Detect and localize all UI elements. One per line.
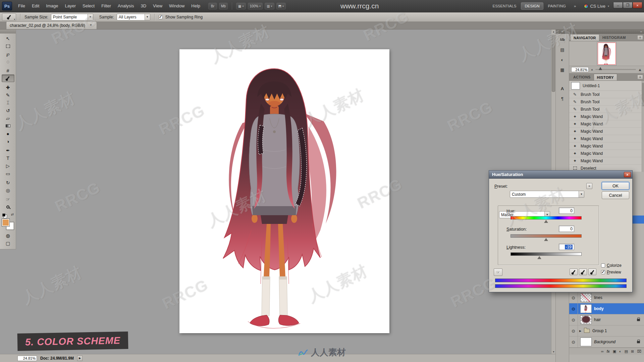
- menu-3d[interactable]: 3D: [137, 0, 150, 12]
- 3d-camera-rotate-tool[interactable]: ◎: [2, 186, 14, 194]
- hue-slider-thumb[interactable]: [544, 220, 548, 223]
- workspace-design[interactable]: DESIGN: [521, 2, 543, 10]
- history-brush-tool[interactable]: ↺: [2, 107, 14, 114]
- workspace-essentials[interactable]: ESSENTIALS: [489, 3, 520, 9]
- dodge-tool[interactable]: ◑: [2, 137, 14, 145]
- new-group-icon[interactable]: ▤: [625, 349, 628, 354]
- hue-value-field[interactable]: 0: [559, 207, 574, 214]
- zoom-tool[interactable]: [2, 203, 14, 211]
- hand-tool[interactable]: ☞: [2, 195, 14, 203]
- screen-mode-button[interactable]: ▢: [2, 239, 14, 247]
- default-colors-icon[interactable]: [2, 214, 5, 217]
- navigator-zoom-slider[interactable]: [595, 69, 636, 70]
- history-item[interactable]: ✦Magic Wand: [569, 150, 644, 157]
- navigator-thumbnail[interactable]: [597, 42, 616, 65]
- menu-analysis[interactable]: Analysis: [114, 0, 137, 12]
- menu-help[interactable]: Help: [188, 0, 204, 12]
- history-item[interactable]: ✎Brush Tool: [569, 98, 644, 106]
- eyedropper-tool[interactable]: [2, 74, 14, 82]
- info-panel-icon[interactable]: ▤: [557, 45, 568, 54]
- history-item[interactable]: ✎Brush Tool: [569, 91, 644, 98]
- rail-collapse-strip[interactable]: ▪▪: [556, 29, 569, 34]
- crop-tool[interactable]: #: [2, 67, 14, 74]
- layer-style-icon[interactable]: fx: [607, 350, 610, 353]
- history-item[interactable]: ✦Magic Wand: [569, 113, 644, 120]
- preview-checkbox[interactable]: [601, 270, 605, 274]
- launch-bridge-button[interactable]: Br: [208, 3, 217, 9]
- menu-image[interactable]: Image: [43, 0, 61, 12]
- restore-button[interactable]: ❐: [623, 2, 633, 8]
- clone-stamp-tool[interactable]: ⌶: [2, 99, 14, 107]
- layer-thumbnail[interactable]: [580, 304, 592, 313]
- rectangle-tool[interactable]: ▭: [2, 170, 14, 177]
- link-layers-icon[interactable]: ∞: [601, 349, 604, 353]
- layer-thumbnail[interactable]: [580, 315, 592, 324]
- menu-layer[interactable]: Layer: [62, 0, 79, 12]
- history-snapshot-row[interactable]: Untitled-1: [569, 81, 644, 91]
- navigator-proxy-view[interactable]: [598, 43, 616, 65]
- pen-tool[interactable]: ✒: [2, 146, 14, 154]
- eyedropper-add-button[interactable]: [579, 268, 587, 275]
- canvas-area[interactable]: ▲ ▼: [16, 29, 555, 354]
- arrange-documents-button[interactable]: ▥: [265, 3, 274, 9]
- layer-row-lines[interactable]: ⊙ lines: [569, 292, 644, 303]
- zoom-slider-thumb[interactable]: [599, 67, 602, 70]
- tab-histogram[interactable]: HISTOGRAM: [599, 34, 629, 41]
- layer-thumbnail[interactable]: [580, 293, 592, 302]
- lasso-tool[interactable]: ℘: [2, 50, 14, 58]
- gradient-tool[interactable]: [2, 122, 14, 130]
- move-tool[interactable]: ↖: [2, 35, 14, 42]
- character-panel-icon[interactable]: A: [557, 84, 568, 93]
- history-item[interactable]: ✦Magic Wand: [569, 120, 644, 128]
- view-extras-button[interactable]: ▦: [236, 3, 246, 9]
- menu-select[interactable]: Select: [79, 0, 98, 12]
- history-scrollbar[interactable]: [642, 81, 644, 172]
- saturation-slider[interactable]: [511, 234, 582, 238]
- foreground-color-swatch[interactable]: [2, 219, 9, 226]
- show-sampling-ring-checkbox[interactable]: [159, 15, 163, 19]
- document-tab[interactable]: character_02.psd @ 24,8% (body, RGB/8) ×: [6, 21, 97, 29]
- ok-button[interactable]: OK: [602, 182, 629, 190]
- dock-collapse-strip[interactable]: ▪▪: [569, 29, 644, 34]
- cancel-button[interactable]: Cancel: [602, 191, 629, 199]
- layer-thumbnail[interactable]: [580, 338, 592, 346]
- tool-preset-picker[interactable]: [2, 13, 16, 21]
- history-item[interactable]: ✦Magic Wand: [569, 157, 644, 165]
- panel-menu-icon[interactable]: ≡: [637, 75, 643, 79]
- eraser-tool[interactable]: ▱: [2, 114, 14, 122]
- swap-colors-icon[interactable]: ⇄: [11, 213, 14, 216]
- new-layer-icon[interactable]: ⊞: [631, 349, 634, 354]
- saturation-value-field[interactable]: 0: [559, 226, 574, 232]
- colorize-checkbox[interactable]: [601, 263, 605, 267]
- workspace-overflow[interactable]: »: [571, 3, 579, 9]
- eyedropper-subtract-button[interactable]: [588, 268, 596, 275]
- layer-row-body[interactable]: ⊙ body: [569, 303, 644, 314]
- visibility-eye-icon[interactable]: ⊙: [569, 292, 578, 303]
- menu-filter[interactable]: Filter: [98, 0, 114, 12]
- zoom-level-box[interactable]: 100%: [248, 3, 263, 9]
- adjustment-layer-icon[interactable]: ◐: [619, 349, 622, 353]
- visibility-eye-icon[interactable]: ⊙: [569, 314, 578, 325]
- lightness-slider-thumb[interactable]: [537, 256, 541, 259]
- panel-menu-icon[interactable]: ≡: [637, 35, 643, 40]
- path-selection-tool[interactable]: ▷: [2, 162, 14, 170]
- screen-mode-button[interactable]: ⬒: [276, 3, 286, 9]
- preset-dropdown[interactable]: Custom ▼: [510, 191, 584, 198]
- swatches-panel-icon[interactable]: ▦: [557, 65, 568, 74]
- dialog-title-bar[interactable]: Hue/Saturation ×: [489, 171, 632, 179]
- delete-layer-icon[interactable]: ⌧: [637, 349, 641, 354]
- status-zoom-field[interactable]: 24.81%: [17, 356, 37, 361]
- blur-tool[interactable]: ●: [2, 130, 14, 137]
- layer-row-hair[interactable]: ⊙ hair: [569, 314, 644, 325]
- menu-edit[interactable]: Edit: [29, 0, 43, 12]
- eyedropper-sample-button[interactable]: [570, 268, 578, 275]
- zoom-in-mountain-icon[interactable]: ▲: [638, 67, 642, 72]
- tab-history[interactable]: HISTORY: [594, 74, 617, 80]
- hue-slider[interactable]: [511, 216, 582, 220]
- menu-window[interactable]: Window: [166, 0, 188, 12]
- history-item[interactable]: ✦Magic Wand: [569, 142, 644, 150]
- adjustments-panel-icon[interactable]: ◐: [557, 55, 568, 64]
- quick-mask-button[interactable]: ◍: [2, 232, 14, 239]
- saturation-slider-thumb[interactable]: [544, 238, 548, 241]
- dialog-close-button[interactable]: ×: [624, 172, 631, 177]
